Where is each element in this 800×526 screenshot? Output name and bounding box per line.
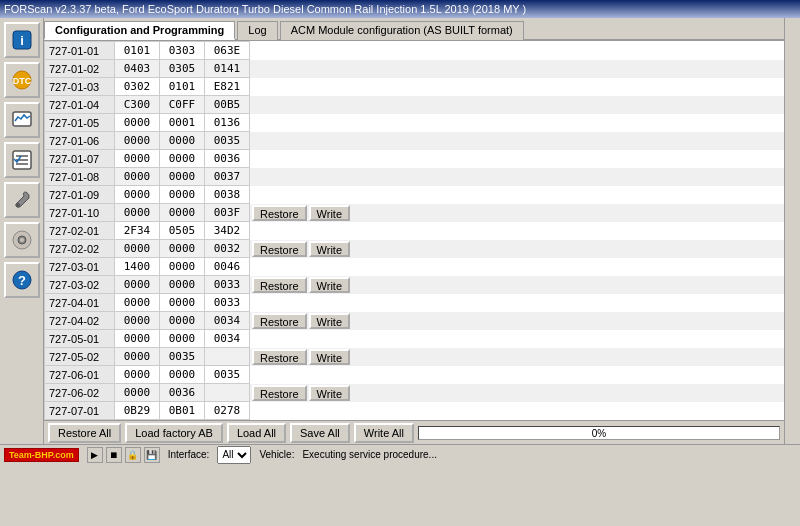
row-val3: 0034 (205, 312, 250, 330)
row-val3: 0032 (205, 240, 250, 258)
scrollbar[interactable] (784, 18, 800, 444)
row-val2: 0000 (160, 312, 205, 330)
write-button[interactable]: Write (309, 241, 350, 257)
row-id-cell: 727-03-01 (45, 258, 115, 276)
write-all-button[interactable]: Write All (354, 423, 414, 443)
save-all-button[interactable]: Save All (290, 423, 350, 443)
table-row: 727-06-0200000036RestoreWrite (45, 384, 784, 402)
row-val2: 0000 (160, 132, 205, 150)
row-val1: 1400 (115, 258, 160, 276)
row-val3: E821 (205, 78, 250, 96)
row-empty-cell (250, 60, 784, 78)
restore-button[interactable]: Restore (252, 385, 307, 401)
row-id-cell: 727-01-08 (45, 168, 115, 186)
write-button[interactable]: Write (309, 349, 350, 365)
config-table: 727-01-0101010303063E727-01-020403030501… (44, 41, 784, 420)
interface-select[interactable]: All (217, 446, 251, 464)
svg-text:i: i (20, 33, 24, 48)
sidebar: i DTC (0, 18, 44, 444)
table-row: 727-01-08000000000037 (45, 168, 784, 186)
tab-config[interactable]: Configuration and Programming (44, 21, 235, 40)
row-empty-cell (250, 294, 784, 312)
write-button[interactable]: Write (309, 385, 350, 401)
sidebar-btn-wrench[interactable] (4, 182, 40, 218)
tab-acm[interactable]: ACM Module configuration (AS BUILT forma… (280, 21, 524, 40)
team-bhp-logo: Team-BHP.com (4, 448, 79, 462)
table-row: 727-04-01000000000033 (45, 294, 784, 312)
svg-point-9 (16, 203, 20, 207)
title-text: FORScan v2.3.37 beta, Ford EcoSport Dura… (4, 3, 526, 15)
table-row: 727-02-012F34050534D2 (45, 222, 784, 240)
sidebar-btn-info[interactable]: i (4, 22, 40, 58)
title-bar: FORScan v2.3.37 beta, Ford EcoSport Dura… (0, 0, 800, 18)
row-val1: 0000 (115, 150, 160, 168)
row-val3: 0038 (205, 186, 250, 204)
restore-button[interactable]: Restore (252, 205, 307, 221)
row-buttons-cell: RestoreWrite (250, 348, 784, 366)
row-val3: 0037 (205, 168, 250, 186)
restore-button[interactable]: Restore (252, 241, 307, 257)
table-row: 727-01-1000000000003FRestoreWrite (45, 204, 784, 222)
row-val1: 0000 (115, 330, 160, 348)
row-val1: 0000 (115, 132, 160, 150)
row-val2: 0000 (160, 186, 205, 204)
row-val2: 0036 (160, 384, 205, 402)
sidebar-btn-checklist[interactable] (4, 142, 40, 178)
write-button[interactable]: Write (309, 205, 350, 221)
row-val1: 0000 (115, 186, 160, 204)
tab-log[interactable]: Log (237, 21, 277, 40)
table-row: 727-01-07000000000036 (45, 150, 784, 168)
write-button[interactable]: Write (309, 313, 350, 329)
row-val2: 0000 (160, 204, 205, 222)
restore-button[interactable]: Restore (252, 313, 307, 329)
status-icons: ▶ ⏹ 🔒 💾 (87, 447, 160, 463)
restore-all-button[interactable]: Restore All (48, 423, 121, 443)
sidebar-btn-help[interactable]: ? (4, 262, 40, 298)
sidebar-btn-dtc[interactable]: DTC (4, 62, 40, 98)
row-val2: 0303 (160, 42, 205, 60)
load-factory-ab-button[interactable]: Load factory AB (125, 423, 223, 443)
status-icon-2: ⏹ (106, 447, 122, 463)
row-empty-cell (250, 366, 784, 384)
status-bar: Team-BHP.com ▶ ⏹ 🔒 💾 Interface: All Vehi… (0, 444, 800, 464)
sidebar-btn-gear[interactable] (4, 222, 40, 258)
row-val2: 0505 (160, 222, 205, 240)
sidebar-btn-monitor[interactable] (4, 102, 40, 138)
table-container[interactable]: 727-01-0101010303063E727-01-020403030501… (44, 41, 784, 420)
row-id-cell: 727-03-02 (45, 276, 115, 294)
row-val2: 0000 (160, 366, 205, 384)
load-all-button[interactable]: Load All (227, 423, 286, 443)
restore-button[interactable]: Restore (252, 349, 307, 365)
row-val3: 34D2 (205, 222, 250, 240)
vehicle-status: Executing service procedure... (302, 449, 437, 460)
restore-button[interactable]: Restore (252, 277, 307, 293)
row-buttons-cell: RestoreWrite (250, 204, 784, 222)
table-row: 727-01-0101010303063E (45, 42, 784, 60)
interface-label: Interface: (168, 449, 210, 460)
row-val3 (205, 348, 250, 366)
vehicle-label: Vehicle: (259, 449, 294, 460)
status-icon-3: 🔒 (125, 447, 141, 463)
row-id-cell: 727-01-01 (45, 42, 115, 60)
row-empty-cell (250, 114, 784, 132)
row-id-cell: 727-01-09 (45, 186, 115, 204)
row-val2: 0000 (160, 330, 205, 348)
row-empty-cell (250, 258, 784, 276)
row-val1: 0000 (115, 366, 160, 384)
row-val2: 0000 (160, 276, 205, 294)
row-val3: 0035 (205, 366, 250, 384)
svg-text:DTC: DTC (12, 76, 31, 86)
table-row: 727-03-02000000000033RestoreWrite (45, 276, 784, 294)
table-row: 727-01-0303020101E821 (45, 78, 784, 96)
row-val2: 0035 (160, 348, 205, 366)
main-area: i DTC (0, 18, 800, 444)
table-row: 727-04-02000000000034RestoreWrite (45, 312, 784, 330)
table-row: 727-01-09000000000038 (45, 186, 784, 204)
tabs: Configuration and Programming Log ACM Mo… (44, 18, 784, 41)
write-button[interactable]: Write (309, 277, 350, 293)
row-id-cell: 727-01-07 (45, 150, 115, 168)
row-val1: 2F34 (115, 222, 160, 240)
row-val2: 0000 (160, 168, 205, 186)
row-val1: 0000 (115, 348, 160, 366)
row-empty-cell (250, 168, 784, 186)
